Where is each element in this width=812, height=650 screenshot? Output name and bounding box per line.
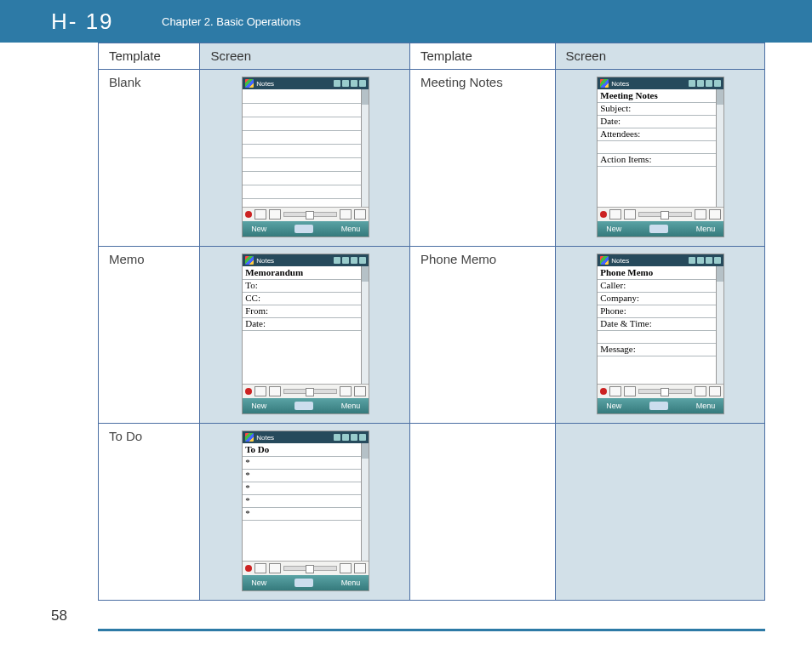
- play-button[interactable]: [269, 563, 281, 573]
- windows-icon: [600, 256, 609, 265]
- template-table: Template Screen Template Screen Blank No…: [98, 43, 765, 601]
- template-phone-memo: Phone Memo: [409, 247, 555, 424]
- note-canvas: MemorandumTo:CC:From:Date:: [243, 266, 369, 384]
- screen-blank: NotesNewMenu: [200, 70, 409, 247]
- stop-button[interactable]: [254, 386, 266, 396]
- softkey-bar: NewMenu: [243, 221, 369, 237]
- screen-memo: NotesMemorandumTo:CC:From:Date:NewMenu: [200, 247, 409, 424]
- softkey-bar: NewMenu: [598, 398, 723, 413]
- scrollbar[interactable]: [361, 266, 369, 384]
- keyboard-icon[interactable]: [294, 402, 313, 410]
- note-canvas: [243, 89, 369, 207]
- stop-button[interactable]: [254, 209, 266, 220]
- app-title: Notes: [256, 80, 331, 88]
- chapter-title: Chapter 2. Basic Operations: [162, 15, 300, 28]
- windows-icon: [600, 79, 609, 88]
- ffwd-button[interactable]: [709, 386, 721, 396]
- app-title: Notes: [256, 257, 331, 265]
- softkey-bar: NewMenu: [243, 398, 369, 413]
- ffwd-button[interactable]: [354, 209, 366, 220]
- screen-phone-memo: NotesPhone MemoCaller:Company:Phone:Date…: [555, 247, 765, 424]
- play-button[interactable]: [624, 386, 636, 396]
- softkey-menu[interactable]: Menu: [341, 225, 361, 233]
- stop-button[interactable]: [609, 386, 621, 396]
- ffwd-button[interactable]: [354, 386, 366, 396]
- stop-button[interactable]: [609, 209, 621, 220]
- windows-icon: [245, 433, 254, 442]
- softkey-new[interactable]: New: [606, 402, 621, 410]
- phone-topbar: Notes: [243, 254, 369, 266]
- seek-slider[interactable]: [283, 389, 337, 394]
- rew-button[interactable]: [340, 563, 352, 573]
- app-title: Notes: [256, 434, 331, 442]
- scrollbar[interactable]: [716, 89, 723, 207]
- note-canvas: Meeting NotesSubject:Date:Attendees: Act…: [598, 89, 723, 207]
- keyboard-icon[interactable]: [294, 225, 313, 233]
- softkey-menu[interactable]: Menu: [696, 402, 716, 410]
- play-button[interactable]: [269, 386, 281, 396]
- record-toolbar: [243, 561, 369, 575]
- ffwd-button[interactable]: [354, 563, 366, 573]
- status-icons: [334, 257, 366, 264]
- note-text: MemorandumTo:CC:From:Date:: [245, 266, 360, 330]
- template-meeting-notes: Meeting Notes: [409, 70, 555, 247]
- softkey-menu[interactable]: Menu: [341, 579, 361, 587]
- keyboard-icon[interactable]: [649, 402, 668, 410]
- play-button[interactable]: [269, 209, 281, 220]
- phone-mock: NotesTo Do*****NewMenu: [242, 430, 369, 591]
- phone-mock: NotesMeeting NotesSubject:Date:Attendees…: [597, 77, 724, 237]
- play-button[interactable]: [624, 209, 636, 220]
- template-empty: [409, 424, 555, 601]
- record-icon[interactable]: [600, 211, 607, 218]
- seek-slider[interactable]: [283, 566, 337, 571]
- template-to-do: To Do: [99, 424, 200, 601]
- softkey-new[interactable]: New: [606, 225, 621, 233]
- seek-slider[interactable]: [638, 389, 692, 394]
- note-canvas: Phone MemoCaller:Company:Phone:Date & Ti…: [598, 266, 723, 384]
- keyboard-icon[interactable]: [294, 579, 313, 587]
- rew-button[interactable]: [695, 386, 706, 396]
- rew-button[interactable]: [695, 209, 706, 220]
- status-icons: [689, 257, 721, 264]
- status-icons: [334, 434, 366, 441]
- scrollbar[interactable]: [361, 89, 369, 207]
- windows-icon: [245, 256, 254, 265]
- ffwd-button[interactable]: [709, 209, 721, 220]
- softkey-bar: NewMenu: [243, 575, 369, 590]
- phone-topbar: Notes: [598, 77, 723, 89]
- phone-topbar: Notes: [243, 431, 369, 443]
- record-icon[interactable]: [245, 388, 252, 395]
- record-icon[interactable]: [600, 388, 607, 395]
- stop-button[interactable]: [254, 563, 266, 573]
- logo: H- 19: [51, 9, 114, 35]
- scrollbar[interactable]: [716, 266, 723, 384]
- screen-empty: [555, 424, 765, 601]
- phone-mock: NotesNewMenu: [242, 77, 369, 237]
- col-template-2: Template: [409, 43, 555, 70]
- record-toolbar: [243, 384, 369, 398]
- rew-button[interactable]: [340, 386, 352, 396]
- seek-slider[interactable]: [638, 212, 692, 217]
- record-toolbar: [598, 384, 723, 398]
- template-blank: Blank: [99, 70, 200, 247]
- note-canvas: To Do*****: [243, 443, 369, 561]
- screen-meeting-notes: NotesMeeting NotesSubject:Date:Attendees…: [555, 70, 765, 247]
- status-icons: [689, 80, 721, 87]
- col-screen-2: Screen: [555, 43, 765, 70]
- rew-button[interactable]: [340, 209, 352, 220]
- phone-topbar: Notes: [243, 77, 369, 89]
- page-header: H- 19 Chapter 2. Basic Operations: [0, 0, 812, 43]
- scrollbar[interactable]: [361, 443, 369, 561]
- phone-topbar: Notes: [598, 254, 723, 266]
- softkey-menu[interactable]: Menu: [341, 402, 361, 410]
- softkey-new[interactable]: New: [251, 402, 266, 410]
- softkey-menu[interactable]: Menu: [696, 225, 716, 233]
- record-icon[interactable]: [245, 211, 252, 218]
- seek-slider[interactable]: [283, 212, 337, 217]
- windows-icon: [245, 79, 254, 88]
- keyboard-icon[interactable]: [649, 225, 668, 233]
- softkey-new[interactable]: New: [251, 225, 266, 233]
- note-text: Meeting NotesSubject:Date:Attendees: Act…: [600, 89, 715, 166]
- softkey-new[interactable]: New: [251, 579, 266, 587]
- record-icon[interactable]: [245, 565, 252, 572]
